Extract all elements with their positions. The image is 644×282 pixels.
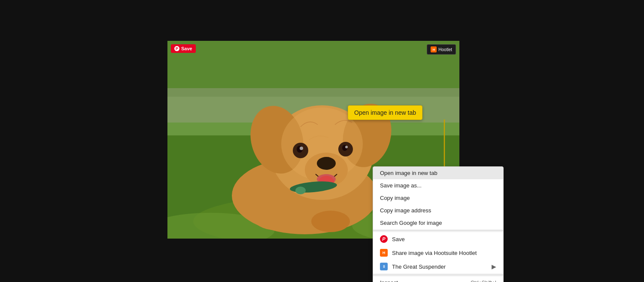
pinterest-save-button[interactable]: P Save [171, 44, 196, 53]
svg-point-25 [311, 211, 350, 232]
search-google-label: Search Google for image [380, 220, 496, 226]
suspender-label: The Great Suspender [392, 264, 487, 270]
hootsuite-label: Hootlet [438, 47, 452, 52]
hootsuite-icon: H [431, 46, 437, 52]
context-pinterest-icon: P [380, 235, 388, 243]
context-menu-copy-image[interactable]: Copy image [373, 192, 503, 204]
context-menu-inspect[interactable]: Inspect Ctrl+Shift+I [373, 276, 503, 282]
context-menu-search-google[interactable]: Search Google for image [373, 217, 503, 229]
copy-image-label: Copy image [380, 195, 496, 201]
open-image-label: Open image in new tab [380, 170, 496, 176]
context-menu-hootsuite-share[interactable]: H Share image via Hootsuite Hootlet [373, 246, 503, 260]
save-image-label: Save image as... [380, 182, 496, 189]
context-menu: Open image in new tab Save image as... C… [373, 166, 504, 282]
tooltip: Open image in new tab [348, 105, 422, 120]
context-menu-open-image[interactable]: Open image in new tab [373, 167, 503, 179]
hootsuite-button[interactable]: H Hootlet [427, 44, 456, 55]
context-menu-separator-2 [373, 275, 503, 275]
context-suspender-icon: ⏸ [380, 263, 388, 270]
svg-point-23 [295, 187, 306, 194]
inspect-label: Inspect [380, 279, 466, 282]
context-menu-copy-address[interactable]: Copy image address [373, 204, 503, 217]
hootsuite-share-label: Share image via Hootsuite Hootlet [392, 250, 496, 256]
context-menu-separator-1 [373, 230, 503, 231]
context-hootsuite-icon: H [380, 249, 388, 257]
pinterest-save-label: Save [181, 46, 192, 51]
svg-point-13 [317, 157, 336, 170]
svg-point-24 [253, 204, 296, 230]
submenu-arrow-icon: ▶ [492, 263, 496, 270]
svg-point-19 [345, 146, 348, 148]
context-menu-save-image[interactable]: Save image as... [373, 179, 503, 192]
tooltip-text: Open image in new tab [354, 109, 416, 116]
context-menu-pinterest-save[interactable]: P Save [373, 232, 503, 246]
inspect-shortcut: Ctrl+Shift+I [471, 280, 496, 282]
svg-point-18 [300, 147, 303, 150]
pinterest-save-context-label: Save [392, 236, 496, 242]
copy-address-label: Copy image address [380, 207, 496, 214]
pinterest-icon: P [174, 46, 179, 51]
context-menu-great-suspender[interactable]: ⏸ The Great Suspender ▶ [373, 260, 503, 273]
